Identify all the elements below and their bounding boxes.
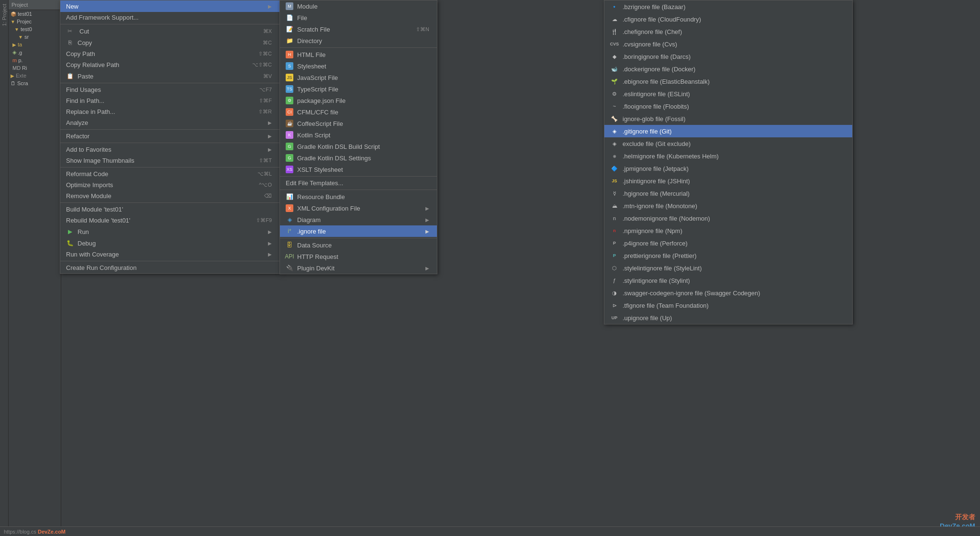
menu-item-run[interactable]: ▶ Run ▶ bbox=[60, 226, 279, 237]
menu-item-npmignore[interactable]: n .npmignore file (Npm) bbox=[604, 224, 852, 237]
menu-item-rebuild-module[interactable]: Rebuild Module 'test01' ⇧⌘F9 bbox=[60, 215, 279, 226]
menu-item-xml-config[interactable]: X XML Configuration File ▶ bbox=[280, 202, 437, 214]
menu-item-new[interactable]: New ▶ bbox=[60, 0, 279, 12]
menu-item-flooignore[interactable]: ~ .flooignore file (Floobits) bbox=[604, 100, 852, 112]
separator bbox=[280, 190, 437, 190]
menu-item-gitignore[interactable]: ◈ .gitignore file (Git) bbox=[604, 125, 852, 137]
sidebar-tab-project[interactable]: 1: Project bbox=[0, 0, 8, 30]
menu-item-create-run-config[interactable]: Create Run Configuration bbox=[60, 262, 279, 273]
fossil-icon: 🦴 bbox=[610, 114, 619, 123]
menu-item-optimize-imports[interactable]: Optimize Imports ^⌥O bbox=[60, 179, 279, 190]
copy-icon: ⎘ bbox=[66, 39, 74, 46]
menu-item-ebignore[interactable]: 🌱 .ebignore file (ElasticBeanstalk) bbox=[604, 75, 852, 88]
floo-icon: ~ bbox=[610, 102, 619, 111]
menu-item-gradle-build[interactable]: G Gradle Kotlin DSL Build Script bbox=[280, 141, 437, 152]
menu-item-fossil-glob[interactable]: 🦴 ignore-glob file (Fossil) bbox=[604, 112, 852, 125]
menu-item-refactor[interactable]: Refactor ▶ bbox=[60, 131, 279, 142]
menu-item-resource-bundle[interactable]: 📊 Resource Bundle bbox=[280, 191, 437, 202]
folder-icon: ▶ bbox=[11, 73, 14, 78]
tree-item-gitignore[interactable]: ◈ .g bbox=[9, 48, 61, 56]
menu-item-js[interactable]: JS JavaScript File bbox=[280, 72, 437, 83]
menu-item-debug[interactable]: 🐛 Debug ▶ bbox=[60, 237, 279, 249]
context-menu-level4: 🔹 .bzrignore file (Bazaar) ☁ .cfignore f… bbox=[604, 0, 853, 324]
menu-item-jpmignore[interactable]: 🔷 .jpmignore file (Jetpack) bbox=[604, 162, 852, 175]
tree-item-readme[interactable]: MD Ri bbox=[9, 64, 61, 72]
menu-item-helmignore[interactable]: ⎈ .helmignore file (Kubernetes Helm) bbox=[604, 150, 852, 162]
menu-item-directory[interactable]: 📁 Directory bbox=[280, 35, 437, 46]
menu-item-cfml[interactable]: CI CFML/CFC file bbox=[280, 106, 437, 118]
menu-item-scratch-file[interactable]: 📝 Scratch File ⇧⌘N bbox=[280, 23, 437, 35]
menu-item-stylelintignore[interactable]: ⬡ .stylelintignore file (StyleLint) bbox=[604, 262, 852, 274]
menu-item-add-favorites[interactable]: Add to Favorites ▶ bbox=[60, 144, 279, 155]
menu-item-diagram[interactable]: ◈ Diagram ▶ bbox=[280, 214, 437, 225]
separator bbox=[280, 47, 437, 48]
menu-item-cfignore[interactable]: ☁ .cfignore file (CloudFoundry) bbox=[604, 13, 852, 25]
menu-item-prettierignore[interactable]: P .prettierignore file (Prettier) bbox=[604, 249, 852, 262]
menu-item-add-framework[interactable]: Add Framework Support... bbox=[60, 12, 279, 23]
menu-item-boringignore[interactable]: ◆ .boringignore file (Darcs) bbox=[604, 50, 852, 63]
menu-item-tfignore[interactable]: ⊳ .tfignore file (Team Foundation) bbox=[604, 299, 852, 312]
menu-item-bzrignore[interactable]: 🔹 .bzrignore file (Bazaar) bbox=[604, 0, 852, 13]
menu-item-build-module[interactable]: Build Module 'test01' bbox=[60, 204, 279, 215]
menu-item-ts[interactable]: TS TypeScript File bbox=[280, 83, 437, 95]
menu-item-hgignore[interactable]: ☿ .hgignore file (Mercurial) bbox=[604, 187, 852, 200]
menu-item-paste[interactable]: 📋 Paste ⌘V bbox=[60, 70, 279, 82]
menu-item-data-source[interactable]: 🗄 Data Source bbox=[280, 239, 437, 251]
menu-item-run-coverage[interactable]: Run with Coverage ▶ bbox=[60, 249, 279, 260]
menu-item-nodemonignore[interactable]: n .nodemonignore file (Nodemon) bbox=[604, 212, 852, 224]
menu-item-git-exclude[interactable]: ◈ exclude file (Git exclude) bbox=[604, 137, 852, 150]
gradle-icon: G bbox=[286, 143, 293, 150]
menu-item-remove-module[interactable]: Remove Module ⌫ bbox=[60, 190, 279, 201]
menu-item-stylintignore[interactable]: ƒ .stylintignore file (Stylint) bbox=[604, 274, 852, 287]
menu-item-copy-path[interactable]: Copy Path ⇧⌘C bbox=[60, 48, 279, 59]
project-panel: Project 📦 test01 ▼ Projec ▼ test0 ▼ sr ▶… bbox=[9, 0, 61, 536]
eslint-icon: ⚙ bbox=[610, 89, 619, 98]
menu-item-kotlin-script[interactable]: K Kotlin Script bbox=[280, 129, 437, 141]
hg-icon: ☿ bbox=[610, 189, 619, 198]
menu-item-show-thumbnails[interactable]: Show Image Thumbnails ⇧⌘T bbox=[60, 155, 279, 166]
tree-item-scratch[interactable]: 🗒 Scra bbox=[9, 79, 61, 87]
menu-item-copy-relative-path[interactable]: Copy Relative Path ⌥⇧⌘C bbox=[60, 59, 279, 70]
menu-item-module[interactable]: M Module bbox=[280, 0, 437, 12]
tree-item-project[interactable]: ▼ Projec bbox=[9, 18, 61, 25]
tree-item-test0[interactable]: ▼ test0 bbox=[9, 25, 61, 33]
folder-icon: ▼ bbox=[14, 27, 19, 32]
menu-item-dockerignore[interactable]: 🐋 .dockerignore file (Docker) bbox=[604, 63, 852, 75]
coffee-icon: ☕ bbox=[286, 120, 293, 127]
menu-item-p4ignore[interactable]: P .p4ignore file (Perforce) bbox=[604, 237, 852, 249]
menu-item-coffeescript[interactable]: ☕ CoffeeScript File bbox=[280, 118, 437, 129]
tree-item-sr[interactable]: ▼ sr bbox=[9, 33, 61, 41]
menu-item-upignore[interactable]: UP .upignore file (Up) bbox=[604, 312, 852, 324]
cfml-icon: CI bbox=[286, 108, 293, 116]
menu-item-analyze[interactable]: Analyze ▶ bbox=[60, 117, 279, 128]
menu-item-cut[interactable]: ✂ Cut ⌘X bbox=[60, 25, 279, 37]
gradle-settings-icon: G bbox=[286, 154, 293, 162]
menu-item-chefignore[interactable]: 🍴 .chefignore file (Chef) bbox=[604, 25, 852, 38]
menu-item-http-request[interactable]: API HTTP Request bbox=[280, 251, 437, 262]
menu-item-copy[interactable]: ⎘ Copy ⌘C bbox=[60, 37, 279, 48]
tree-item-test01[interactable]: 📦 test01 bbox=[9, 10, 61, 18]
menu-item-stylesheet[interactable]: S Stylesheet bbox=[280, 60, 437, 72]
menu-item-eslintignore[interactable]: ⚙ .eslintignore file (ESLint) bbox=[604, 88, 852, 100]
menu-item-find-in-path[interactable]: Find in Path... ⇧⌘F bbox=[60, 95, 279, 106]
menu-item-replace-in-path[interactable]: Replace in Path... ⇧⌘R bbox=[60, 106, 279, 117]
tree-item-ta[interactable]: ▶ ta bbox=[9, 41, 61, 48]
separator bbox=[60, 167, 279, 168]
menu-item-gradle-settings[interactable]: G Gradle Kotlin DSL Settings bbox=[280, 152, 437, 164]
menu-item-file[interactable]: 📄 File bbox=[280, 12, 437, 23]
tree-item-external[interactable]: ▶ Exte bbox=[9, 72, 61, 79]
tree-item-pom[interactable]: m p. bbox=[9, 56, 61, 64]
menu-item-package-json[interactable]: ⚙ package.json File bbox=[280, 95, 437, 106]
menu-item-plugin-devkit[interactable]: 🔌 Plugin DevKit ▶ bbox=[280, 262, 437, 274]
menu-item-find-usages[interactable]: Find Usages ⌥F7 bbox=[60, 84, 279, 95]
menu-item-edit-templates[interactable]: Edit File Templates... bbox=[280, 178, 437, 189]
menu-item-ignore-file[interactable]: i* .ignore file ▶ bbox=[280, 225, 437, 237]
menu-item-swagger-codegen-ignore[interactable]: ◑ .swagger-codegen-ignore file (Swagger … bbox=[604, 287, 852, 299]
menu-item-mtnignore[interactable]: ⛰ .mtn-ignore file (Monotone) bbox=[604, 200, 852, 212]
menu-item-jshintignore[interactable]: JS .jshintignore file (JSHint) bbox=[604, 175, 852, 187]
menu-item-xslt[interactable]: XS XSLT Stylesheet bbox=[280, 164, 437, 175]
nodemon-icon: n bbox=[610, 214, 619, 223]
menu-item-cvsignore[interactable]: CVS .cvsignore file (Cvs) bbox=[604, 38, 852, 50]
menu-item-reformat[interactable]: Reformat Code ⌥⌘L bbox=[60, 168, 279, 179]
menu-item-html[interactable]: H HTML File bbox=[280, 49, 437, 60]
